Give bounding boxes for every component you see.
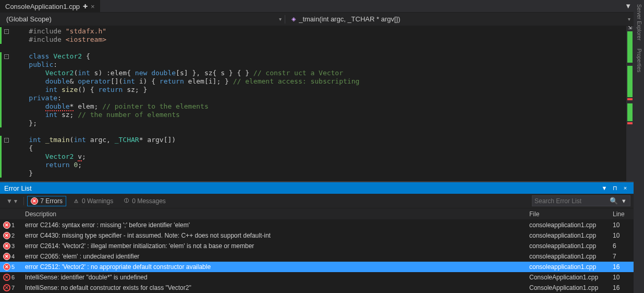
- error-icon: ✕: [3, 242, 10, 250]
- pin-icon[interactable]: ⊓: [611, 184, 619, 192]
- func-arrow-icon: ▾: [628, 16, 630, 22]
- code-area[interactable]: #include "stdafx.h" #include <iostream> …: [13, 26, 626, 181]
- tab-dirty-icon: ✚: [83, 3, 88, 10]
- tab-dropdown-icon[interactable]: ▼: [623, 2, 634, 10]
- error-line: 7: [613, 253, 634, 260]
- search-dropdown-icon[interactable]: ▾: [620, 197, 628, 205]
- code-line[interactable]: {: [13, 144, 626, 153]
- errorlist-title-bar: Error List ▼ ⊓ ×: [0, 182, 634, 194]
- error-file: ConsoleApplication1.cpp: [529, 274, 613, 281]
- error-file: consoleapplication1.cpp: [529, 242, 613, 250]
- code-line[interactable]: #include "stdafx.h": [13, 27, 626, 36]
- error-desc: error C2065: 'elem' : undeclared identif…: [16, 253, 529, 260]
- code-line[interactable]: [13, 127, 626, 136]
- tab-filename: ConsoleApplication1.cpp: [5, 3, 80, 10]
- code-line[interactable]: #include <iostream>: [13, 36, 626, 44]
- error-icon: ✕: [3, 221, 10, 229]
- outline-toggle[interactable]: −: [4, 54, 9, 59]
- error-file: consoleapplication1.cpp: [529, 263, 613, 271]
- scope-arrow-icon: ▾: [279, 16, 282, 22]
- error-row[interactable]: ✕1error C2146: syntax error : missing ';…: [0, 220, 634, 230]
- function-icon: ◈: [291, 16, 296, 22]
- error-desc: IntelliSense: identifier "double*" is un…: [16, 274, 529, 281]
- properties-tab[interactable]: Properties: [635, 44, 643, 77]
- code-line[interactable]: private:: [13, 94, 626, 102]
- error-row[interactable]: ✕5error C2512: 'Vector2' : no appropriat…: [0, 262, 634, 272]
- scope-dropdown[interactable]: (Global Scope): [0, 14, 58, 25]
- close-panel-icon[interactable]: ×: [621, 184, 629, 192]
- code-line[interactable]: [13, 44, 626, 52]
- code-line[interactable]: }: [13, 169, 626, 178]
- code-line[interactable]: };: [13, 119, 626, 127]
- error-desc: error C2512: 'Vector2' : no appropriate …: [16, 263, 529, 271]
- code-line[interactable]: Vector2(int s) :elem{ new double[s] }, s…: [13, 69, 626, 77]
- function-dropdown[interactable]: ◈ _tmain(int argc, _TCHAR * argv[]): [285, 14, 406, 25]
- error-icon: ✕: [3, 263, 10, 271]
- split-handle-icon[interactable]: ⇲: [626, 26, 634, 31]
- filter-button[interactable]: ▼ ▾: [3, 196, 20, 206]
- intellisense-icon: ✕: [3, 274, 10, 281]
- messages-filter[interactable]: ⓘ 0 Messages: [119, 196, 169, 206]
- error-icon: ✕: [3, 253, 10, 260]
- tab-bar: ConsoleApplication1.cpp ✚ × ▼: [0, 0, 634, 13]
- error-rows: ✕1error C2146: syntax error : missing ';…: [0, 220, 634, 293]
- window-menu-icon[interactable]: ▼: [600, 184, 609, 192]
- error-line: 6: [613, 242, 634, 250]
- outline-toggle[interactable]: −: [4, 29, 9, 34]
- code-line[interactable]: int _tmain(int argc, _TCHAR* argv[]): [13, 136, 626, 144]
- outline-toggle[interactable]: −: [4, 138, 9, 143]
- errorlist-title: Error List: [4, 184, 32, 192]
- info-icon: ⓘ: [123, 197, 130, 205]
- code-line[interactable]: public:: [13, 61, 626, 69]
- error-desc: error C4430: missing type specifier - in…: [16, 232, 529, 239]
- close-tab-icon[interactable]: ×: [91, 3, 95, 10]
- error-row[interactable]: ✕4error C2065: 'elem' : undeclared ident…: [0, 251, 634, 262]
- error-desc: error C2614: 'Vector2' : illegal member …: [16, 242, 529, 250]
- error-file: ConsoleApplication1.cpp: [529, 284, 613, 291]
- function-label: _tmain(int argc, _TCHAR * argv[]): [299, 15, 400, 23]
- scroll-markers: ⇲: [626, 26, 634, 181]
- nav-bar: (Global Scope) ▾ ◈ _tmain(int argc, _TCH…: [0, 13, 634, 26]
- search-icon[interactable]: 🔍: [607, 197, 620, 205]
- col-file[interactable]: File: [529, 210, 613, 218]
- error-row[interactable]: ✕2error C4430: missing type specifier - …: [0, 230, 634, 241]
- error-desc: error C2146: syntax error : missing ';' …: [16, 221, 529, 229]
- error-line: 16: [613, 284, 634, 291]
- code-line[interactable]: int sz; // the number of elements: [13, 111, 626, 119]
- errorlist-toolbar: ▼ ▾ ✕ 7 Errors ⚠ 0 Warnings ⓘ 0 Messages…: [0, 194, 634, 208]
- error-line: 10: [613, 232, 634, 239]
- scope-label: (Global Scope): [6, 15, 52, 23]
- code-editor[interactable]: −−− #include "stdafx.h" #include <iostre…: [0, 26, 634, 181]
- code-line[interactable]: double* elem; // pointer to the elements: [13, 102, 626, 111]
- search-box: 🔍 ▾: [532, 195, 630, 206]
- code-line[interactable]: Vector2 v;: [13, 153, 626, 161]
- code-line[interactable]: return 0;: [13, 161, 626, 169]
- code-line[interactable]: class Vector2 {: [13, 52, 626, 61]
- error-row[interactable]: ✕7IntelliSense: no default constructor e…: [0, 283, 634, 293]
- warnings-filter[interactable]: ⚠ 0 Warnings: [69, 196, 116, 206]
- error-table-header: Description File Line: [0, 208, 634, 220]
- error-line: 10: [613, 221, 634, 229]
- code-line[interactable]: int size() { return sz; }: [13, 86, 626, 94]
- error-line: 10: [613, 274, 634, 281]
- sidebar: Server Explorer Properties: [634, 0, 644, 293]
- error-desc: IntelliSense: no default constructor exi…: [16, 284, 529, 291]
- error-icon: ✕: [31, 197, 38, 205]
- error-file: consoleapplication1.cpp: [529, 253, 613, 260]
- intellisense-icon: ✕: [3, 284, 10, 291]
- col-desc[interactable]: Description: [16, 210, 529, 218]
- error-icon: ✕: [3, 232, 10, 239]
- server-explorer-tab[interactable]: Server Explorer: [635, 0, 643, 44]
- gutter: −−−: [0, 26, 13, 181]
- file-tab[interactable]: ConsoleApplication1.cpp ✚ ×: [0, 0, 100, 13]
- error-line: 16: [613, 263, 634, 271]
- warning-icon: ⚠: [72, 197, 80, 205]
- error-row[interactable]: ✕3error C2614: 'Vector2' : illegal membe…: [0, 241, 634, 251]
- error-file: consoleapplication1.cpp: [529, 221, 613, 229]
- error-row[interactable]: ✕6IntelliSense: identifier "double*" is …: [0, 272, 634, 283]
- code-line[interactable]: double& operator[](int i) { return elem[…: [13, 77, 626, 86]
- col-line[interactable]: Line: [613, 210, 634, 218]
- errors-filter[interactable]: ✕ 7 Errors: [27, 196, 66, 206]
- error-file: consoleapplication1.cpp: [529, 232, 613, 239]
- search-input[interactable]: [534, 197, 607, 205]
